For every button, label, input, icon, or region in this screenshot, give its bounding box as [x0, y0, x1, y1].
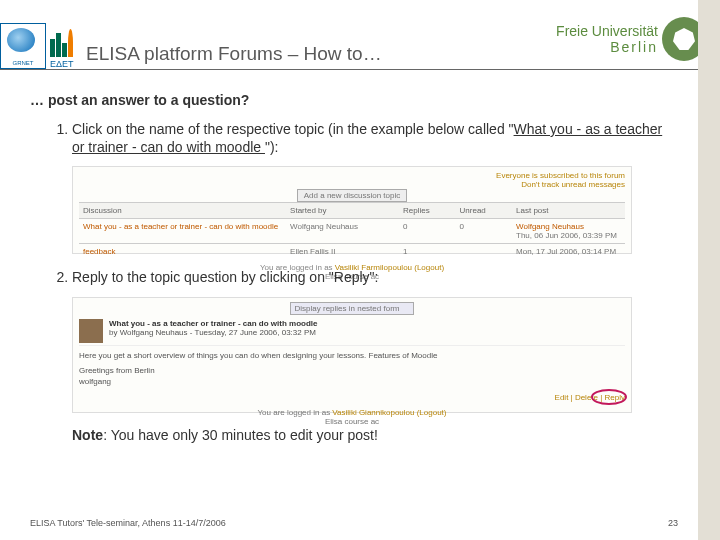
note-line: Note: You have only 30 minutes to edit y… — [72, 427, 678, 443]
edit-link[interactable]: Edit — [555, 393, 569, 402]
grnet-label: GRNET — [13, 60, 34, 66]
col-unread: Unread — [456, 202, 512, 218]
grnet-logo-icon: GRNET — [0, 23, 46, 69]
row2-discussion[interactable]: feedback — [79, 243, 286, 259]
logo-right-group: Freie Universität Berlin — [556, 17, 706, 69]
footer-left: ELISA Tutors' Tele-seminar, Athens 11-14… — [30, 518, 226, 528]
display-mode-select[interactable]: Display replies in nested form — [290, 302, 415, 315]
page-number: 23 — [668, 518, 678, 528]
post-body: Here you get a short overview of things … — [79, 350, 625, 361]
row2-replies: 1 — [399, 243, 455, 259]
forum-table: Discussion Started by Replies Unread Las… — [79, 202, 625, 259]
col-lastpost: Last post — [512, 202, 625, 218]
edet-bars-icon — [50, 29, 80, 57]
fu-label: Freie Universität — [556, 23, 658, 39]
screenshot-topic-reply: Display replies in nested form What you … — [72, 297, 632, 413]
row1-replies: 0 — [399, 218, 455, 243]
avatar-icon — [79, 319, 103, 343]
slide-header: GRNET ΕΔΕΤ ELISA platform Forums – How t… — [0, 0, 720, 70]
post-actions: Edit | Delete | Reply — [79, 393, 625, 402]
post-sig2: wolfgang — [79, 376, 625, 387]
slide-body: … post an answer to a question? Click on… — [0, 70, 720, 443]
logo-left-group: GRNET ΕΔΕΤ — [0, 23, 80, 69]
section-heading: … post an answer to a question? — [30, 92, 678, 108]
slide-footer: ELISA Tutors' Tele-seminar, Athens 11-14… — [30, 518, 678, 528]
col-discussion: Discussion — [79, 202, 286, 218]
shot2-footer: You are logged in as Vasiliki Giannikopo… — [79, 408, 625, 426]
slide-title: ELISA platform Forums – How to… — [80, 43, 556, 69]
berlin-label: Berlin — [556, 39, 658, 55]
reply-highlight-icon — [591, 389, 627, 405]
edet-logo-icon: ΕΔΕΤ — [50, 23, 80, 69]
track-text: Don't track unread messages — [521, 180, 625, 189]
subscribe-text: Everyone is subscribed to this forum — [496, 171, 625, 180]
note-text: : You have only 30 minutes to edit your … — [103, 427, 378, 443]
step1-pre: Click on the name of the respective topi… — [72, 121, 514, 137]
row2-last: Mon, 17 Jul 2006, 03:14 PM — [512, 243, 625, 259]
row2-user: Ellen Fallis II — [286, 243, 399, 259]
row1-user: Wolfgang Neuhaus — [286, 218, 399, 243]
row1-discussion[interactable]: What you - as a teacher or trainer - can… — [79, 218, 286, 243]
post-title: What you - as a teacher or trainer - can… — [109, 319, 317, 328]
edet-label: ΕΔΕΤ — [50, 59, 80, 69]
screenshot-forum-list: Everyone is subscribed to this forum Don… — [72, 166, 632, 254]
row2-unread — [456, 243, 512, 259]
step-2: Reply to the topic question by clicking … — [72, 268, 678, 286]
post-byline: by Wolfgang Neuhaus - Tuesday, 27 June 2… — [109, 328, 316, 337]
step1-post: "): — [265, 139, 279, 155]
note-label: Note — [72, 427, 103, 443]
row1-last: Wolfgang NeuhausThu, 06 Jun 2006, 03:39 … — [512, 218, 625, 243]
post-row: What you - as a teacher or trainer - can… — [79, 319, 625, 346]
post-sig1: Greetings from Berlin — [79, 365, 625, 376]
side-ribbon — [698, 0, 720, 540]
step-1: Click on the name of the respective topi… — [72, 120, 678, 156]
col-startedby: Started by — [286, 202, 399, 218]
row1-unread: 0 — [456, 218, 512, 243]
col-replies: Replies — [399, 202, 455, 218]
add-topic-button[interactable]: Add a new discussion topic — [297, 189, 408, 202]
